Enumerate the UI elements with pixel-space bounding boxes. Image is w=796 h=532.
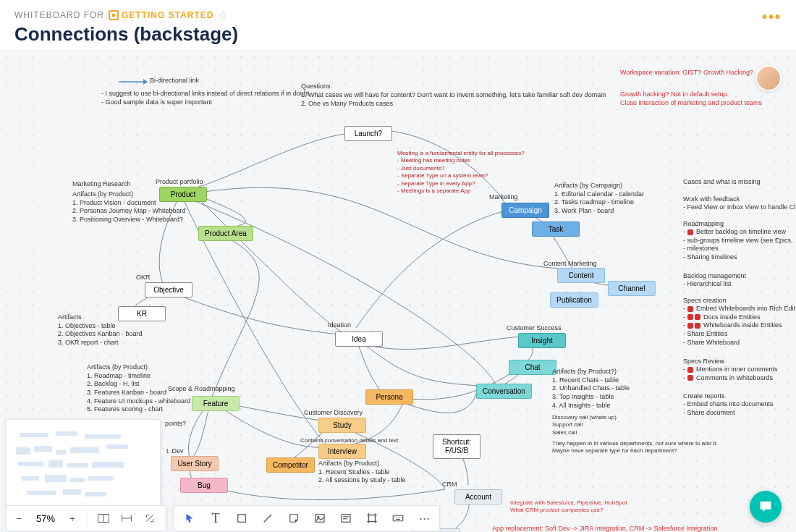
workspace-note: Workspace variation: GIST? Growth Hackin… — [620, 69, 753, 77]
right-heading: Cases and what is missing — [683, 178, 761, 187]
customer-success-label: Customer Success — [507, 324, 562, 333]
page-title: Connections (backstage) — [14, 23, 782, 46]
questions-note: 1. What cases we will have for content? … — [301, 91, 606, 108]
text-tool[interactable]: T — [205, 509, 226, 528]
shape-tool[interactable] — [231, 509, 253, 528]
svg-rect-11 — [342, 515, 350, 523]
minimap[interactable] — [6, 419, 161, 507]
svg-rect-19 — [393, 515, 403, 521]
questions-h: Questions: — [301, 83, 332, 91]
content-marketing-label: Content Marketing — [543, 260, 597, 269]
right-4-h: Specs creation — [683, 297, 727, 305]
node-insight[interactable]: Insight — [518, 333, 566, 348]
app-replacement-note: App replacement: Soft Dev -> JIRA Integr… — [492, 525, 717, 532]
node-content[interactable]: Content — [557, 268, 605, 283]
node-product[interactable]: Product — [159, 187, 207, 202]
breadcrumb-project[interactable]: GETTING STARTED — [109, 10, 213, 20]
node-publication[interactable]: Publication — [550, 292, 598, 308]
ideation-label: Ideation — [328, 321, 351, 330]
fit-width-button[interactable] — [119, 510, 135, 526]
node-shortcut[interactable]: Shortcut: F/US/B — [433, 434, 480, 459]
node-task[interactable]: Task — [532, 221, 580, 237]
node-product-area[interactable]: Product Area — [198, 226, 253, 241]
breadcrumb: WHITEBOARD FOR GETTING STARTED ☆ ••• — [14, 9, 782, 22]
campaign-art-note: Artifacts (by Campaign) 1. Editorial Cal… — [554, 182, 644, 216]
view-controls: − 57% + — [6, 505, 166, 531]
suggest-note: - I suggest to use bi-directional links … — [101, 90, 309, 106]
zoom-level: 57% — [34, 513, 57, 524]
whiteboard-canvas[interactable]: Bi-directional link - I suggest to use b… — [0, 51, 796, 532]
card-tool[interactable] — [335, 509, 357, 528]
breadcrumb-prefix: WHITEBOARD FOR — [14, 10, 104, 20]
marketing-label: Marketing — [489, 193, 518, 202]
node-conversation[interactable]: Conversation — [476, 384, 532, 399]
node-launch[interactable]: Launch? — [344, 126, 392, 141]
points-label: points? — [165, 420, 186, 428]
okr-label: OKR — [136, 274, 151, 282]
zoom-out-button[interactable]: − — [11, 513, 27, 524]
node-objective[interactable]: Objective — [145, 282, 192, 297]
right-4: - Embed Whiteboards into Rich Edit- Docs… — [683, 305, 795, 347]
node-interview[interactable]: Interview — [318, 444, 366, 459]
right-3: - Hierarchical list — [683, 280, 732, 289]
help-chat-button[interactable] — [750, 491, 782, 523]
svg-line-8 — [264, 515, 272, 523]
node-feature[interactable]: Feature — [192, 396, 240, 411]
user-avatar[interactable] — [755, 65, 782, 91]
node-user-story[interactable]: User Story — [171, 456, 219, 471]
dev-label: t. Dev — [166, 447, 184, 456]
svg-rect-7 — [238, 515, 246, 523]
node-account[interactable]: Account — [454, 489, 502, 504]
node-bug[interactable]: Bug — [180, 478, 228, 493]
frame-tool[interactable] — [361, 509, 383, 528]
svg-marker-1 — [143, 79, 148, 85]
studies-artifacts: Artifacts (by Product) 1. Recent Studies… — [318, 460, 406, 485]
customer-discovery-label: Customer Discovery — [304, 409, 363, 418]
node-study[interactable]: Study — [318, 418, 366, 433]
more-tools[interactable]: ⋯ — [413, 509, 435, 528]
pointer-tool[interactable] — [179, 509, 200, 528]
okr-artifacts: Artifacts 1. Objectives - table 2. Objec… — [58, 313, 143, 347]
right-2-h: Roadmapping — [683, 220, 724, 229]
growth-note: Growth hacking? Not in default setup. Cl… — [620, 90, 762, 107]
crm-label: CRM — [442, 481, 457, 489]
discovery-calls: Discovery call (whats up) Support call S… — [552, 414, 617, 436]
right-1: - Feed View or Inbox View to handle Cl — [683, 203, 795, 212]
node-channel[interactable]: Channel — [608, 281, 656, 296]
meeting-note: Meeting is a fundamental entity for all … — [397, 150, 525, 195]
fullscreen-button[interactable] — [142, 510, 158, 526]
project-icon — [109, 10, 119, 20]
zoom-in-button[interactable]: + — [64, 513, 80, 524]
svg-rect-14 — [369, 515, 376, 522]
happen-note: They happen in in various departments, n… — [552, 440, 718, 455]
minimap-content — [12, 426, 154, 501]
marketing-research-h: Marketing Research — [72, 180, 131, 189]
image-tool[interactable] — [309, 509, 331, 528]
arrow-icon — [119, 78, 148, 85]
integrate-note: Integrate with Salesforce, Pipedrive, Hu… — [510, 499, 627, 515]
fit-view-button[interactable] — [96, 510, 111, 526]
right-5-h: Specs Review — [683, 358, 724, 366]
right-5: - Mentions in inner comments- Comments i… — [683, 366, 778, 382]
portfolio-label: Product portfolio — [156, 178, 203, 187]
sticky-tool[interactable] — [283, 509, 305, 528]
chat-icon — [758, 499, 774, 515]
scope-label: Scope & Roadmapping — [168, 385, 235, 394]
node-idea[interactable]: Idea — [335, 332, 383, 347]
right-2: - Better backlog on timeline view- sub-g… — [683, 228, 793, 262]
right-6: - Embed charts into documents - Share do… — [683, 400, 774, 417]
node-competitor[interactable]: Competitor — [266, 457, 315, 473]
more-menu-icon[interactable]: ••• — [762, 9, 782, 25]
right-6-h: Create reports — [683, 392, 725, 401]
whiteboard-toolbar: T ⋯ — [174, 505, 440, 531]
line-tool[interactable] — [257, 509, 279, 528]
insights-artifacts: Artifacts (by Product?) 1. Recent Chats … — [552, 368, 630, 410]
node-campaign[interactable]: Campaign — [501, 203, 549, 218]
bidir-label: Bi-directional link — [150, 77, 199, 85]
favorite-icon[interactable]: ☆ — [218, 9, 228, 22]
right-3-h: Backlog management — [683, 272, 746, 281]
node-persona[interactable]: Persona — [365, 389, 413, 405]
keyboard-tool[interactable] — [387, 509, 409, 528]
node-chat[interactable]: Chat — [509, 360, 556, 375]
right-1-h: Work with feedback — [683, 195, 740, 204]
